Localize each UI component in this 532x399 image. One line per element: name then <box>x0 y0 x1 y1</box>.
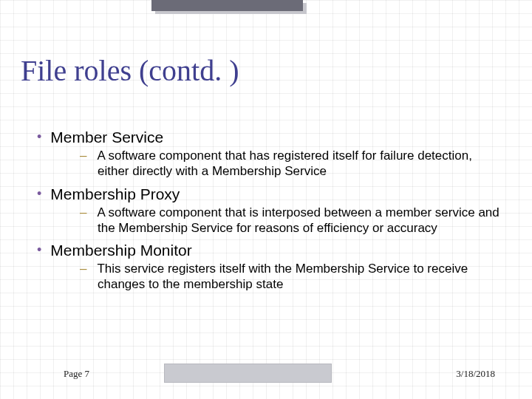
bullet-2: •Membership Proxy <box>37 185 502 203</box>
bullet-2-sub: –A software component that is interposed… <box>80 205 502 236</box>
slide-content: •Member Service –A software component th… <box>37 124 502 299</box>
bullet-2-sub-text: A software component that is interposed … <box>97 205 499 235</box>
bullet-1-sub-text: A software component that has registered… <box>97 149 471 178</box>
bullet-3-sub-text: This service registers itself with the M… <box>97 262 468 291</box>
page-number: Page 7 <box>64 368 89 380</box>
dash-icon: – <box>80 262 86 276</box>
dash-icon: – <box>80 149 86 163</box>
bullet-2-heading: Membership Proxy <box>50 185 180 202</box>
bullet-3-heading: Membership Monitor <box>50 242 191 259</box>
bullet-icon: • <box>37 129 41 144</box>
dash-icon: – <box>80 205 86 219</box>
slide-title: File roles (contd. ) <box>21 53 239 88</box>
bullet-3-sub: –This service registers itself with the … <box>80 261 502 293</box>
bullet-1-heading: Member Service <box>50 129 163 146</box>
bullet-1-sub: –A software component that has registere… <box>80 148 502 180</box>
bullet-3: •Membership Monitor <box>37 242 502 259</box>
slide-footer: Page 7 3/18/2018 <box>0 364 532 386</box>
bullet-icon: • <box>37 186 41 201</box>
top-decor-bar <box>151 0 303 11</box>
footer-date: 3/18/2018 <box>456 368 495 380</box>
bullet-1: •Member Service <box>37 129 502 146</box>
footer-decor-bar <box>164 364 332 383</box>
bullet-icon: • <box>37 242 41 257</box>
